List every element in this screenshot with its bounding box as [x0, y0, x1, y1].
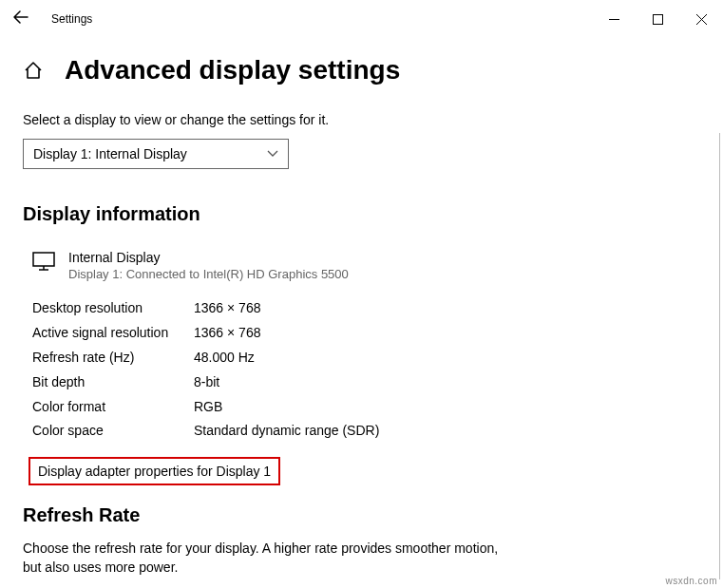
page-header: Advanced display settings: [23, 55, 700, 85]
minimize-icon: [609, 14, 619, 25]
maximize-icon: [653, 14, 663, 25]
scrollbar-track[interactable]: [719, 133, 720, 579]
display-info-table: Desktop resolution 1366 × 768 Active sig…: [32, 296, 700, 444]
watermark: wsxdn.com: [665, 576, 717, 586]
titlebar: Settings: [0, 0, 723, 38]
refresh-rate-description: Choose the refresh rate for your display…: [23, 540, 517, 577]
window-controls: [592, 0, 723, 38]
adapter-link-text: Display adapter properties for Display 1: [38, 464, 271, 479]
table-row: Refresh rate (Hz) 48.000 Hz: [32, 346, 700, 370]
close-icon: [696, 14, 707, 25]
table-row: Active signal resolution 1366 × 768: [32, 321, 700, 346]
info-value: Standard dynamic range (SDR): [194, 419, 379, 444]
refresh-rate-heading: Refresh Rate: [23, 504, 700, 526]
info-value: 48.000 Hz: [194, 346, 255, 370]
dropdown-selected-text: Display 1: Internal Display: [33, 146, 187, 161]
info-label: Color space: [32, 419, 194, 444]
home-icon: [23, 60, 44, 81]
back-button[interactable]: [13, 10, 36, 28]
content: Advanced display settings Select a displ…: [0, 55, 723, 588]
display-information-heading: Display information: [23, 203, 700, 225]
table-row: Color format RGB: [32, 395, 700, 420]
minimize-button[interactable]: [592, 0, 636, 38]
info-label: Desktop resolution: [32, 296, 194, 321]
info-label: Color format: [32, 395, 194, 420]
display-adapter-properties-link[interactable]: Display adapter properties for Display 1: [29, 457, 280, 485]
display-selector-dropdown[interactable]: Display 1: Internal Display: [23, 139, 289, 169]
svg-rect-1: [33, 253, 54, 266]
info-label: Bit depth: [32, 370, 194, 395]
page-title: Advanced display settings: [65, 55, 400, 85]
info-value: RGB: [194, 395, 222, 420]
info-value: 1366 × 768: [194, 321, 260, 346]
monitor-summary: Internal Display Display 1: Connected to…: [32, 250, 700, 281]
svg-rect-0: [653, 14, 662, 24]
select-display-label: Select a display to view or change the s…: [23, 112, 700, 127]
table-row: Color space Standard dynamic range (SDR): [32, 419, 700, 444]
table-row: Desktop resolution 1366 × 768: [32, 296, 700, 321]
home-button[interactable]: [23, 60, 44, 81]
maximize-button[interactable]: [636, 0, 679, 38]
window-title: Settings: [51, 12, 92, 26]
monitor-name: Internal Display: [68, 250, 349, 265]
chevron-down-icon: [267, 148, 278, 160]
arrow-left-icon: [13, 10, 29, 24]
monitor-description: Display 1: Connected to Intel(R) HD Grap…: [68, 267, 349, 281]
info-label: Active signal resolution: [32, 321, 194, 346]
info-value: 1366 × 768: [194, 296, 260, 321]
info-label: Refresh rate (Hz): [32, 346, 194, 370]
table-row: Bit depth 8-bit: [32, 370, 700, 395]
info-value: 8-bit: [194, 370, 219, 395]
monitor-icon: [32, 252, 55, 271]
close-button[interactable]: [679, 0, 723, 38]
